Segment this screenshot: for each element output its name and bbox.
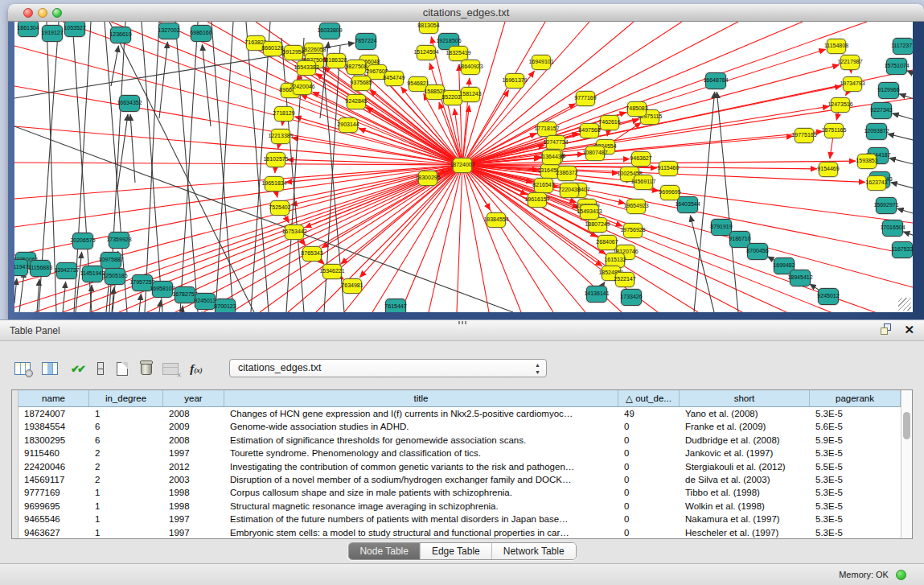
column-header[interactable]: pagerank: [810, 390, 901, 406]
graph-node[interactable]: 8216547: [534, 178, 553, 193]
graph-node[interactable]: 8660128: [263, 41, 282, 56]
table-row[interactable]: 977716911998Corpus callosum shape and si…: [18, 486, 901, 499]
graph-node[interactable]: 14569117: [634, 175, 653, 190]
graph-node[interactable]: 22420046: [293, 80, 312, 95]
resize-grip-icon[interactable]: [898, 298, 911, 311]
table-row[interactable]: 911546021997Tourette syndrome. Phenomeno…: [18, 447, 901, 459]
table-row[interactable]: 1938455462009Genome-wide association stu…: [18, 420, 901, 433]
graph-node[interactable]: 16961379: [505, 73, 524, 89]
graph-node[interactable]: 7615447: [385, 299, 406, 313]
function-builder-button[interactable]: f(x): [187, 359, 206, 378]
graph-node[interactable]: 17957253: [132, 274, 153, 291]
new-column-button[interactable]: [113, 359, 132, 378]
graph-node[interactable]: 9699695: [660, 185, 680, 200]
graph-node[interactable]: 16949101: [532, 55, 551, 70]
graph-node[interactable]: 11451943: [82, 266, 103, 282]
graph-node[interactable]: 9115460: [659, 161, 678, 176]
graph-node[interactable]: 1593853: [857, 154, 877, 169]
column-header[interactable]: △ out_de...: [618, 390, 680, 406]
graph-node[interactable]: 19384554: [487, 212, 506, 228]
graph-node[interactable]: 16958107: [152, 281, 173, 298]
graph-node[interactable]: 8700123: [215, 299, 236, 313]
graph-node[interactable]: 12217987: [840, 55, 860, 70]
table-row[interactable]: 1872400712008Changes of HCN gene express…: [18, 407, 901, 420]
graph-node[interactable]: 9245012: [818, 288, 839, 305]
tab-edge-table[interactable]: Edge Table: [421, 543, 492, 559]
graph-node[interactable]: 6497568: [580, 123, 599, 138]
graph-node[interactable]: 18640923: [461, 60, 480, 75]
graph-node[interactable]: 17359928: [109, 232, 129, 249]
graph-node[interactable]: 3911947: [14, 259, 28, 276]
graph-node[interactable]: 15346221: [322, 264, 342, 279]
graph-node[interactable]: 7857224: [355, 33, 376, 50]
graph-node[interactable]: 1733426: [621, 289, 642, 306]
close-panel-icon[interactable]: ✕: [904, 323, 914, 336]
graph-node[interactable]: 17718157: [537, 122, 556, 137]
graph-node[interactable]: 8700456: [747, 243, 768, 260]
graph-node[interactable]: 13942737: [56, 262, 77, 279]
graph-node[interactable]: 10807487: [585, 146, 605, 161]
graph-canvas[interactable]: 1861304191912710535271236610132700269861…: [14, 22, 913, 312]
table-row[interactable]: 2242004622012Investigating the contribut…: [18, 460, 901, 473]
table-row[interactable]: 946554611997Estimation of the future num…: [18, 513, 901, 525]
delete-table-button[interactable]: [161, 359, 180, 378]
graph-node[interactable]: 19654923: [626, 199, 646, 214]
graph-node[interactable]: 18751165: [824, 123, 844, 138]
graph-node[interactable]: 2684067: [598, 235, 617, 250]
graph-node[interactable]: 12213389: [271, 129, 290, 144]
graph-node[interactable]: 16753442: [285, 225, 304, 240]
tab-node-table[interactable]: Node Table: [348, 543, 421, 559]
graph-node[interactable]: 1327002: [158, 23, 179, 39]
table-row[interactable]: 1456911722003Disruption of a novel membe…: [18, 473, 901, 486]
close-window-button[interactable]: [23, 8, 33, 18]
graph-node[interactable]: 15493413: [580, 204, 599, 220]
graph-node[interactable]: 1053527: [64, 22, 85, 37]
graph-node[interactable]: 12093872: [866, 123, 887, 140]
graph-node[interactable]: 21364436: [542, 150, 561, 165]
graph-node[interactable]: 9227343: [871, 102, 892, 119]
show-columns-button[interactable]: [40, 359, 60, 378]
graph-node[interactable]: 17016504: [882, 220, 903, 237]
graph-node[interactable]: 7220438: [560, 183, 579, 198]
graph-node[interactable]: 1919127: [42, 25, 63, 42]
graph-node[interactable]: 18300295: [418, 171, 437, 186]
graph-node[interactable]: 8791919: [711, 219, 732, 236]
graph-node[interactable]: 1861304: [18, 22, 39, 37]
graph-node[interactable]: 2903144: [339, 117, 358, 133]
graph-node[interactable]: 9777169: [576, 91, 595, 106]
graph-node[interactable]: 1581243: [461, 87, 480, 102]
scrollbar-thumb[interactable]: [903, 412, 910, 439]
graph-node[interactable]: 10747734: [546, 135, 565, 150]
table-row[interactable]: 969969511998Structural magnetic resonanc…: [18, 500, 901, 513]
graph-node[interactable]: 14136141: [586, 286, 607, 303]
tab-network-table[interactable]: Network Table: [492, 543, 576, 559]
table-mode-button[interactable]: [13, 359, 32, 378]
graph-node[interactable]: 11172377: [893, 38, 913, 55]
graph-node[interactable]: 1623743: [867, 175, 886, 191]
graph-node[interactable]: 9827508: [347, 60, 366, 75]
delete-columns-button[interactable]: [137, 359, 156, 378]
graph-node[interactable]: 2522147: [615, 272, 634, 287]
graph-node[interactable]: 19734793: [843, 76, 862, 92]
graph-node[interactable]: 2386372: [557, 166, 577, 181]
table-scrollbar[interactable]: [901, 390, 912, 538]
graph-node[interactable]: 16648784: [705, 72, 726, 89]
graph-node[interactable]: 1588520: [425, 84, 445, 100]
graph-node[interactable]: 8454749: [384, 71, 404, 86]
graph-node[interactable]: 11154808: [827, 39, 846, 54]
graph-node[interactable]: 7634981: [343, 278, 362, 294]
graph-node[interactable]: 16782757: [175, 286, 195, 303]
column-header[interactable]: short: [680, 390, 810, 406]
graph-node[interactable]: 9375685: [351, 76, 371, 91]
graph-node[interactable]: 1167533: [892, 241, 913, 258]
graph-node[interactable]: 8186328: [326, 53, 346, 68]
graph-node[interactable]: 19616157: [528, 192, 547, 208]
graph-node[interactable]: 11156883: [30, 260, 51, 277]
column-header[interactable]: name: [18, 390, 89, 406]
graph-node[interactable]: 18724007: [453, 158, 472, 173]
graph-node[interactable]: 16033809: [319, 23, 340, 39]
graph-node[interactable]: 16403544: [677, 196, 698, 213]
table-row[interactable]: 946362711997Embryonic stem cells: a mode…: [18, 526, 901, 538]
graph-node[interactable]: 1236610: [110, 27, 131, 43]
graph-node[interactable]: 20206576: [72, 233, 93, 249]
